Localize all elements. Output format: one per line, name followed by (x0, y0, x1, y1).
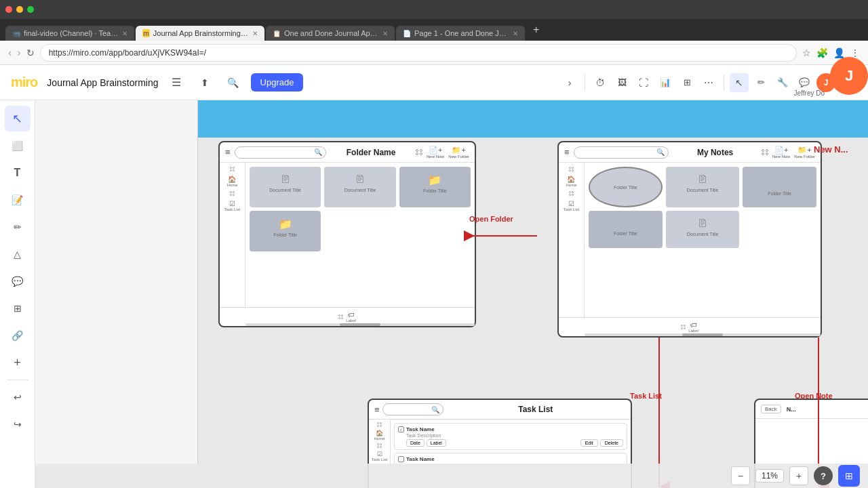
share-button[interactable]: ⬆ (194, 72, 216, 94)
fullscreen-icon[interactable]: ⛶ (634, 73, 653, 92)
collab-button[interactable]: ⊞ (838, 465, 860, 487)
wf-notes-new-folder[interactable]: 📁+ New Folder (794, 146, 815, 159)
menu-dots-icon[interactable]: ⋮ (850, 47, 860, 58)
upgrade-button[interactable]: Upgrade (251, 73, 304, 92)
wf-notes-drag[interactable] (762, 149, 768, 155)
wf-notes-menu-icon[interactable]: ≡ (564, 147, 570, 157)
dot-green[interactable] (27, 6, 34, 13)
wf-folder-footer-drag[interactable] (338, 314, 343, 319)
new-tab-button[interactable]: + (526, 19, 546, 41)
wf-notes-folder-selected[interactable]: Folder Title (589, 167, 663, 207)
graph-icon[interactable]: 📊 (656, 73, 675, 92)
tool-sticky[interactable]: 📝 (5, 187, 31, 213)
wf-folder-sidebar-drag[interactable] (230, 167, 235, 171)
tool-redo[interactable]: ↪ (5, 411, 31, 437)
tool-frame[interactable]: ⬜ (5, 133, 31, 159)
tool-shapes[interactable]: △ (5, 241, 31, 267)
wf-notes-sidebar: 🏠 Home ☑ Task List (559, 163, 585, 319)
wf-folder-label-item[interactable]: 🏷 Label (346, 311, 356, 323)
folder-screen-wireframe: ≡ 🔍 Folder Name 📄+ New Note 📁+ New Folde… (218, 141, 476, 327)
wf-task-menu-icon[interactable]: ≡ (374, 405, 380, 415)
task-date-tag[interactable]: Date (406, 439, 425, 447)
tab-final-video[interactable]: 📹 final-video (Channel) · Team 1... ✕ (5, 26, 134, 41)
table-icon[interactable]: ⊞ (677, 73, 696, 92)
menu-button[interactable]: ☰ (165, 72, 187, 94)
timer-icon[interactable]: ⏱ (591, 73, 610, 92)
zoom-plus-button[interactable]: + (789, 466, 808, 485)
wf-folder-new-folder[interactable]: 📁+ New Folder (448, 146, 469, 159)
canvas[interactable]: ≡ 🔍 Folder Name 📄+ New Note 📁+ New Folde… (35, 100, 868, 488)
tool-add[interactable]: + (5, 350, 31, 375)
select-tool-icon[interactable]: ↖ (730, 73, 749, 92)
wf-task-home-item[interactable]: 🏠 Home (374, 430, 384, 441)
search-button[interactable]: 🔍 (222, 72, 244, 94)
extension-icon[interactable]: 🧩 (816, 47, 828, 58)
help-button[interactable]: ? (814, 466, 833, 485)
avatar-large[interactable]: J (830, 57, 868, 95)
task-checkbox-1[interactable]: ✓ (398, 426, 404, 432)
task-checkbox-2[interactable] (398, 456, 404, 462)
wf-folder-tasklist-item[interactable]: ☑ Task List (224, 200, 240, 211)
wf-notes-sidebar-drag[interactable] (569, 167, 574, 171)
bookmark-icon[interactable]: ☆ (802, 47, 811, 58)
wf-notes-home-item[interactable]: 🏠 Home (566, 176, 576, 187)
wf-folder-home-item[interactable]: 🏠 Home (226, 176, 237, 187)
wf-notes-doc1[interactable]: 🖹 Document Title (666, 167, 740, 207)
address-input[interactable] (40, 44, 797, 62)
tool-connect[interactable]: 🔗 (5, 323, 31, 348)
nav-refresh[interactable]: ↻ (26, 47, 35, 58)
task-delete-btn-1[interactable]: Delete (600, 439, 623, 447)
wf-task-list-drag[interactable] (377, 443, 382, 448)
pencil-tool-icon[interactable]: ✏ (751, 73, 770, 92)
more-icon[interactable]: ⋯ (699, 73, 718, 92)
wf-folder-drag[interactable] (416, 149, 422, 155)
tool-comment[interactable]: 💬 (5, 268, 31, 294)
wf-doc2[interactable]: 🖹 Document Title (324, 167, 395, 207)
toolbar-back-icon[interactable]: › (560, 73, 579, 92)
wf-folder-menu-icon[interactable]: ≡ (225, 147, 231, 157)
profile-icon[interactable]: 👤 (833, 47, 845, 58)
dot-red[interactable] (5, 6, 12, 13)
user-name: Jeffrey Do (794, 89, 825, 97)
wf-task-tasklist-item[interactable]: ☑ Task List (372, 451, 387, 462)
wf-notes-folder2[interactable]: Folder Title (589, 211, 663, 248)
wf-task-sidebar-drag[interactable] (377, 422, 382, 427)
wf-task-search[interactable]: 🔍 (382, 403, 443, 415)
browser-chrome (0, 0, 868, 19)
nav-forward[interactable]: › (17, 47, 20, 59)
wf-folder2[interactable]: 📁 Folder Title (250, 211, 321, 251)
nav-back[interactable]: ‹ (8, 47, 12, 59)
wf-folder-sidebar: 🏠 Home ☑ Task List (220, 163, 245, 308)
task-label-tag[interactable]: Label (427, 439, 446, 447)
task-item-1[interactable]: ✓ Task Name Task Description Date Label … (394, 423, 627, 450)
tools-icon[interactable]: 🔧 (773, 73, 792, 92)
wf-notes-new-note[interactable]: 📄+ New Note (772, 146, 790, 159)
wf-notes-doc2[interactable]: 🖹 Document Title (666, 211, 740, 248)
wf-notes-label-item[interactable]: 🏷 Label (688, 321, 698, 333)
tool-cursor[interactable]: ↖ (5, 106, 31, 131)
image-icon[interactable]: 🖼 (612, 73, 631, 92)
task-edit-btn-1[interactable]: Edit (580, 439, 598, 447)
wf-doc1[interactable]: 🖹 Document Title (250, 167, 321, 207)
tool-grid[interactable]: ⊞ (5, 296, 31, 321)
tab-one-and-done[interactable]: 📋 One and Done Journal App Pro... ✕ (266, 26, 395, 41)
wf-folder1[interactable]: 📁 Folder Title (399, 167, 471, 207)
zoom-minus-button[interactable]: − (731, 466, 750, 485)
tab-journal-brainstorm[interactable]: m Journal App Brainstorming · M... ✕ (136, 26, 264, 41)
wf-notes-tasklist-item[interactable]: ☑ Task List (564, 200, 579, 211)
tool-undo[interactable]: ↩ (5, 384, 31, 410)
dot-yellow[interactable] (16, 6, 23, 13)
wf-notes-footer-drag[interactable] (681, 325, 686, 329)
tool-pen[interactable]: ✏ (5, 214, 31, 240)
sidebar-divider (7, 380, 28, 380)
back-btn-partial[interactable]: Back (761, 405, 781, 413)
wf-task-title: Task List (446, 405, 625, 414)
wf-folder-drag2[interactable] (230, 191, 235, 196)
wf-notes-search[interactable]: 🔍 (574, 146, 669, 159)
tab-page1[interactable]: 📄 Page 1 - One and Done Journal... ✕ (396, 26, 525, 41)
tool-text[interactable]: T (5, 160, 31, 186)
wf-notes-folder1[interactable]: Folder Title (743, 167, 816, 207)
wf-notes-drag2[interactable] (569, 191, 574, 196)
task-desc-1: Task Description (406, 433, 623, 438)
wf-folder-search[interactable]: 🔍 (235, 146, 327, 159)
